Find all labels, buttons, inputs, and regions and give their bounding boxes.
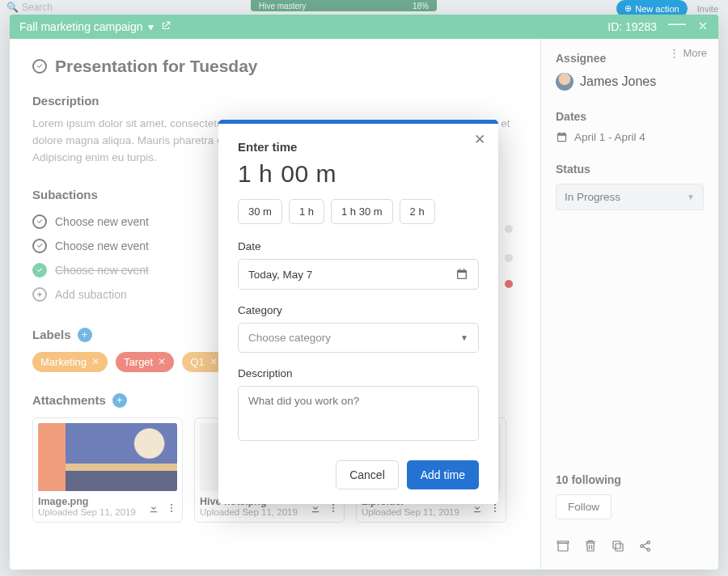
remove-label-icon[interactable]: ✕: [91, 356, 99, 367]
svg-point-14: [647, 548, 650, 551]
svg-point-5: [332, 510, 334, 512]
svg-point-2: [171, 510, 172, 512]
subaction-text: Choose new event: [55, 239, 149, 252]
calendar-icon: [455, 268, 468, 281]
labels-heading: Labels: [32, 328, 71, 341]
attachment-card[interactable]: Image.png Uploaded Sep 11, 2019: [32, 417, 183, 523]
close-window-icon[interactable]: [697, 20, 709, 34]
task-title: Presentation for Tuesday: [55, 57, 258, 76]
assignee-row[interactable]: James Jones: [556, 73, 704, 91]
check-icon[interactable]: [32, 214, 47, 229]
date-value: Today, May 7: [248, 269, 312, 281]
remove-label-icon[interactable]: ✕: [158, 356, 166, 367]
status-select[interactable]: In Progress ▼: [556, 184, 704, 210]
chevron-down-icon: ▼: [460, 333, 468, 342]
avatar: [556, 73, 574, 91]
modal-title: Enter time: [238, 140, 479, 154]
date-label: Date: [238, 240, 479, 252]
peek-dot: [505, 280, 513, 288]
calendar-icon: [556, 131, 568, 143]
svg-point-12: [641, 544, 643, 547]
svg-point-4: [332, 507, 334, 509]
open-external-icon[interactable]: [160, 20, 171, 34]
label-chip[interactable]: Target ✕: [116, 352, 174, 372]
project-dropdown[interactable]: Fall marketing campaign ▾: [19, 20, 154, 33]
project-name: Fall marketing campaign: [19, 20, 143, 33]
new-action-label: New action: [635, 4, 679, 14]
label-text: Marketing: [40, 356, 87, 368]
download-icon[interactable]: [148, 502, 159, 517]
task-complete-toggle[interactable]: [32, 59, 47, 74]
minimize-icon[interactable]: —: [668, 19, 686, 28]
label-text: Q1: [190, 356, 204, 368]
category-label: Category: [238, 304, 479, 316]
chevron-down-icon: ▼: [687, 193, 695, 201]
more-icon[interactable]: [328, 502, 339, 517]
time-hours: 1 h: [238, 160, 273, 187]
download-icon[interactable]: [310, 502, 321, 517]
attachment-date: Uploaded Sep 11, 2019: [362, 507, 459, 517]
svg-point-13: [647, 541, 650, 544]
label-text: Target: [124, 356, 153, 368]
date-input[interactable]: Today, May 7: [238, 259, 479, 290]
chevron-down-icon: ▾: [148, 20, 154, 33]
archive-icon[interactable]: [556, 539, 570, 557]
copy-icon[interactable]: [611, 539, 625, 557]
description-label: Description: [238, 367, 479, 379]
add-label-button[interactable]: +: [78, 328, 92, 342]
description-heading: Description: [32, 94, 518, 108]
trash-icon[interactable]: [583, 539, 598, 557]
subaction-text: Choose new event: [55, 264, 149, 277]
peek-dot: [505, 254, 513, 262]
close-modal-icon[interactable]: ✕: [474, 131, 485, 148]
attachment-thumbnail: [38, 423, 177, 491]
more-icon[interactable]: [489, 502, 501, 517]
svg-point-8: [494, 510, 496, 512]
category-select[interactable]: Choose category ▼: [238, 323, 479, 353]
time-preset[interactable]: 2 h: [400, 199, 435, 224]
svg-point-0: [171, 504, 172, 506]
search-placeholder: Search: [22, 2, 53, 13]
cancel-button[interactable]: Cancel: [336, 460, 399, 489]
dates-row[interactable]: April 1 - April 4: [556, 131, 704, 143]
check-icon[interactable]: [32, 263, 47, 277]
svg-point-1: [171, 507, 172, 509]
add-attachment-button[interactable]: +: [112, 393, 127, 408]
download-icon[interactable]: [472, 502, 483, 517]
more-menu[interactable]: ⋮ More: [669, 47, 707, 59]
hive-mastery-banner: Hive mastery 18%: [251, 0, 437, 11]
sidebar-panel: ⋮ More Assignee James Jones Dates April …: [540, 39, 718, 570]
follow-button[interactable]: Follow: [556, 494, 612, 519]
time-display: 1 h00 m: [238, 160, 479, 188]
search-icon: 🔍: [6, 2, 19, 13]
invite-button[interactable]: Invite: [692, 2, 723, 15]
attachment-date: Uploaded Sep 11, 2019: [200, 507, 298, 517]
label-chip[interactable]: Marketing ✕: [32, 352, 108, 372]
subaction-text: Choose new event: [55, 215, 149, 228]
mastery-percent: 18%: [413, 2, 429, 11]
svg-rect-10: [616, 544, 623, 551]
plus-icon: ⊕: [624, 3, 632, 14]
share-icon[interactable]: [638, 539, 653, 557]
enter-time-modal: ✕ Enter time 1 h00 m 30 m 1 h 1 h 30 m 2…: [218, 120, 498, 504]
more-label: More: [683, 47, 707, 59]
status-heading: Status: [556, 163, 704, 176]
description-textarea[interactable]: [238, 386, 479, 441]
kebab-icon: ⋮: [669, 47, 679, 59]
dates-value: April 1 - April 4: [574, 131, 645, 143]
category-placeholder: Choose category: [248, 332, 331, 344]
time-preset[interactable]: 1 h 30 m: [331, 199, 393, 224]
time-preset[interactable]: 1 h: [289, 199, 324, 224]
add-time-button[interactable]: Add time: [407, 460, 479, 489]
attachment-date: Uploaded Sep 11, 2019: [38, 507, 136, 517]
time-preset[interactable]: 30 m: [238, 199, 282, 224]
svg-point-7: [494, 507, 496, 509]
attachments-heading: Attachments: [32, 393, 106, 407]
mastery-label: Hive mastery: [259, 2, 306, 11]
window-header: Fall marketing campaign ▾ ID: 19283 —: [10, 15, 718, 39]
following-count: 10 following: [556, 473, 704, 486]
check-icon[interactable]: [32, 239, 47, 253]
more-icon[interactable]: [166, 502, 177, 517]
remove-label-icon[interactable]: ✕: [210, 356, 218, 367]
plus-icon: [32, 287, 47, 302]
